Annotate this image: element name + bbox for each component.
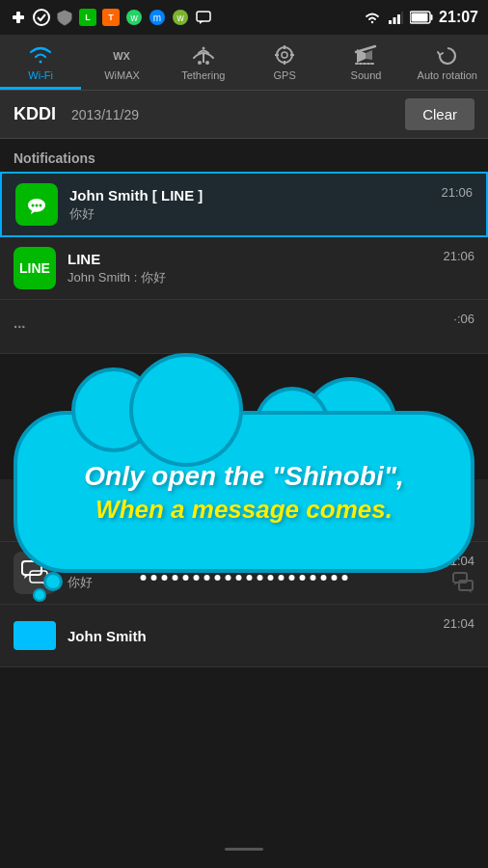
qs-sound-label: Sound [351, 69, 382, 82]
cloud-bubble-overlay: Only open the "Shinobi", When a message … [0, 386, 488, 598]
svg-text:w: w [176, 13, 184, 23]
svg-point-30 [32, 204, 35, 207]
add-icon [10, 9, 27, 26]
svg-rect-16 [412, 14, 428, 22]
svg-point-20 [205, 61, 209, 65]
shield-icon [56, 9, 73, 26]
wimax-icon: WX [109, 44, 134, 66]
cloud-dots [141, 575, 348, 581]
cloud-dot-15 [289, 575, 295, 581]
notification-title-3: ··· [14, 318, 474, 335]
nav-bar-handle [225, 848, 263, 851]
status-icons-left: L T w m w [10, 9, 212, 26]
notification-item-1[interactable]: John Smith [ LINE ] 你好 21:06 [0, 172, 488, 237]
cloud-dot-18 [321, 575, 327, 581]
svg-rect-12 [397, 14, 400, 24]
notification-date: 2013/11/29 [71, 107, 139, 122]
cloud-dot-11 [247, 575, 253, 581]
notification-title-6: John Smith [68, 628, 474, 644]
notification-subtitle-1: 你好 [69, 205, 473, 223]
tethering-icon [191, 44, 216, 66]
check-icon [33, 9, 50, 26]
notification-item-2[interactable]: LINE LINE John Smith : 你好 21:06 [0, 237, 488, 300]
notification-item-6[interactable]: John Smith 21:04 [0, 605, 488, 667]
qs-sound[interactable]: Sound [325, 35, 406, 90]
svg-point-32 [40, 204, 42, 207]
cloud-tail-1 [46, 575, 60, 588]
messenger-status-icon: m [149, 9, 166, 26]
line-status-icon: L [79, 9, 96, 26]
qs-autorotation[interactable]: Auto rotation [407, 35, 488, 90]
cloud-text-line1: Only open the "Shinobi", [84, 459, 403, 494]
gps-icon [272, 44, 297, 66]
svg-text:m: m [153, 13, 161, 23]
cloud-dot-4 [173, 575, 178, 581]
svg-point-22 [282, 52, 287, 58]
notification-icon-blue [14, 614, 56, 657]
cloud-dot-13 [268, 575, 274, 581]
cloud-dot-14 [279, 575, 285, 581]
svg-rect-11 [393, 17, 396, 24]
whatsapp-icon: w [125, 9, 143, 26]
svg-text:WX: WX [114, 50, 131, 62]
notification-time-1: 21:06 [441, 185, 473, 200]
svg-point-2 [34, 10, 49, 25]
notification-header-bar: KDDI 2013/11/29 Clear [0, 91, 488, 139]
cloud-dot-3 [162, 575, 168, 581]
svg-rect-9 [197, 12, 210, 21]
notification-content-1: John Smith [ LINE ] 你好 [69, 187, 473, 223]
wifi-status-icon [364, 9, 381, 26]
qs-wifi[interactable]: Wi-Fi [0, 35, 81, 90]
svg-point-21 [277, 47, 292, 63]
svg-text:w: w [129, 13, 138, 23]
navigation-bar [0, 829, 488, 868]
svg-point-31 [36, 204, 39, 207]
notification-icon-line-chat [15, 183, 58, 226]
svg-rect-15 [431, 14, 433, 20]
cloud-tail-2 [35, 590, 44, 600]
status-icons-right: 21:07 [364, 9, 478, 26]
cloud-bump-1 [307, 381, 393, 468]
cloud-dot-5 [183, 575, 189, 581]
notification-icon-line: LINE [14, 247, 56, 289]
status-time: 21:07 [439, 9, 478, 26]
cloud-dot-2 [151, 575, 157, 581]
qs-gps-label: GPS [274, 69, 296, 82]
sms-icon [195, 9, 212, 26]
notification-item-3[interactable]: ··· ·:06 [0, 300, 488, 354]
notification-content-6: John Smith [68, 628, 474, 644]
clear-button[interactable]: Clear [405, 98, 474, 130]
qs-tethering[interactable]: Tethering [163, 35, 244, 90]
notification-title-1: John Smith [ LINE ] [69, 187, 473, 203]
wechat-icon: w [172, 9, 189, 26]
qs-wimax[interactable]: WX WiMAX [81, 35, 162, 90]
wifi-qs-icon [28, 44, 53, 66]
cloud-dot-7 [204, 575, 210, 581]
cloud-dot-9 [226, 575, 231, 581]
notifications-label: Notifications [0, 139, 488, 172]
notification-time-3: ·:06 [453, 312, 474, 326]
notification-title-2: LINE [68, 251, 474, 267]
cloud-dot-8 [215, 575, 221, 581]
qs-tethering-label: Tethering [181, 69, 225, 82]
cloud-dot-16 [300, 575, 306, 581]
svg-rect-10 [389, 20, 392, 24]
cloud-dot-1 [141, 575, 147, 581]
cloud-dot-19 [332, 575, 338, 581]
header-left: KDDI 2013/11/29 [14, 104, 139, 124]
notification-content-2: LINE John Smith : 你好 [68, 251, 474, 286]
cloud-text-line2: When a message comes. [95, 495, 393, 525]
qs-autorotation-label: Auto rotation [418, 69, 477, 82]
svg-point-19 [198, 61, 202, 65]
cloud-dot-10 [236, 575, 242, 581]
svg-rect-13 [402, 12, 403, 24]
sound-icon [353, 44, 378, 66]
autorotation-icon [435, 44, 460, 66]
notification-time-6: 21:04 [443, 616, 474, 631]
qs-wifi-label: Wi-Fi [28, 69, 53, 82]
battery-icon [410, 11, 433, 24]
notification-time-2: 21:06 [443, 249, 474, 263]
qs-gps[interactable]: GPS [244, 35, 325, 90]
notification-subtitle-2: John Smith : 你好 [68, 269, 474, 286]
signal-icon [387, 9, 404, 26]
